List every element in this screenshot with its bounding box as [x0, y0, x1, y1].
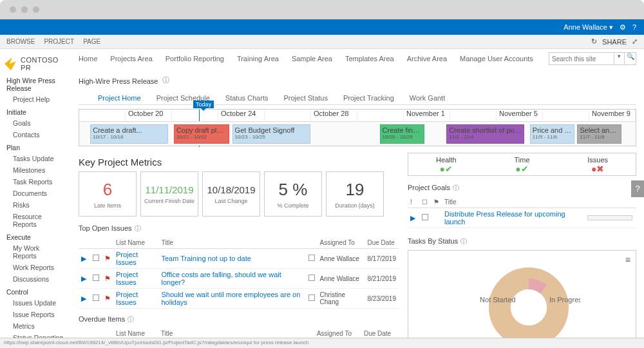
checkbox[interactable]	[93, 295, 99, 301]
nav-projects-area[interactable]: Projects Area	[110, 55, 152, 63]
info-icon[interactable]: ⓘ	[453, 184, 459, 191]
timeline-task[interactable]: Create a draft...10/17 - 10/18	[90, 124, 168, 144]
checkbox[interactable]	[308, 295, 315, 301]
timeline-date	[172, 110, 218, 121]
sidenav-item[interactable]: My Work Reports	[0, 242, 71, 262]
title-info-icon[interactable]: ⓘ	[162, 76, 169, 84]
site-logo[interactable]: CONTOSO PR	[0, 54, 71, 73]
sidenav-item[interactable]: Tasks Update	[0, 153, 71, 164]
status-summary: Health●✔ Time●✔ Issues●✖	[408, 153, 636, 176]
sidenav-item[interactable]: Issue Reports	[0, 309, 71, 320]
checkbox[interactable]	[93, 255, 99, 261]
check-icon: ●✔	[515, 164, 528, 174]
play-icon[interactable]: ▶	[81, 295, 88, 301]
sidenav-item[interactable]: Resource Reports	[0, 211, 71, 230]
sidenav-item[interactable]: Work Reports	[0, 262, 71, 273]
sidenav-item[interactable]: Risks	[0, 199, 71, 211]
sidenav-item[interactable]: Contacts	[0, 129, 71, 140]
play-icon[interactable]: ▶	[81, 255, 88, 261]
list-link[interactable]: Project Issues	[116, 271, 138, 286]
timeline-task[interactable]: Create final ve…10/28 - 10/29	[380, 124, 424, 144]
browser-dot	[10, 6, 16, 13]
subtab-tracking[interactable]: Project Tracking	[343, 94, 394, 102]
sync-icon[interactable]: ↻	[591, 37, 597, 46]
sidenav-heading[interactable]: Initiate	[0, 105, 71, 117]
user-menu[interactable]: Anne Wallace ▾	[564, 23, 613, 32]
checkbox[interactable]	[93, 275, 99, 281]
focus-icon[interactable]: ⤢	[632, 37, 638, 46]
ribbon-tab-page[interactable]: PAGE	[83, 38, 100, 45]
sidenav-heading[interactable]: High Wire Press Release	[0, 73, 71, 93]
nav-training[interactable]: Training Area	[237, 55, 279, 63]
checkbox[interactable]	[422, 214, 428, 220]
play-icon[interactable]: ▶	[410, 214, 417, 220]
sidenav-heading[interactable]: Execute	[0, 230, 71, 242]
table-row[interactable]: ▶⚑Project IssuesTeam Training not up to …	[79, 249, 399, 269]
sidenav-item[interactable]: Issues Update	[0, 297, 71, 309]
subtab-gantt[interactable]: Work Gantt	[410, 94, 445, 102]
timeline-date: October 20	[126, 110, 172, 121]
site-search[interactable]: ▾ 🔍	[549, 52, 636, 65]
info-icon[interactable]: ⓘ	[135, 225, 141, 232]
play-icon[interactable]: ▶	[81, 275, 88, 281]
info-icon[interactable]: ⓘ	[460, 238, 467, 245]
timeline-date	[450, 110, 497, 121]
list-link[interactable]: Project Issues	[116, 291, 138, 306]
timeline-task[interactable]: Price and che…11/5 - 11/6	[530, 124, 574, 144]
nav-templates[interactable]: Templates Area	[345, 55, 394, 63]
sidenav-item[interactable]: Milestones	[0, 164, 71, 176]
nav-users[interactable]: Manage User Accounts	[460, 55, 533, 63]
global-nav: Home Projects Area Portfolio Reporting T…	[79, 49, 636, 68]
nav-sample[interactable]: Sample Area	[292, 55, 332, 63]
search-icon[interactable]: 🔍	[624, 53, 636, 64]
table-row[interactable]: ▶Distribute Press Release for upcoming l…	[408, 208, 636, 228]
subtab-status-charts[interactable]: Status Charts	[225, 94, 269, 102]
timeline-date	[79, 110, 126, 121]
info-icon[interactable]: ⓘ	[128, 316, 134, 323]
donut-chart: Not Started In Progress	[464, 262, 580, 348]
subtab-project-status[interactable]: Project Status	[283, 94, 327, 102]
sidenav-item[interactable]: Goals	[0, 117, 71, 129]
ribbon-tabs: BROWSE PROJECT PAGE ↻ SHARE ⤢	[0, 35, 644, 49]
search-input[interactable]	[549, 53, 614, 64]
sidenav-item[interactable]: Metrics	[0, 320, 71, 332]
flag-icon: ⚑	[104, 295, 111, 302]
share-button[interactable]: SHARE	[602, 38, 627, 46]
ribbon-tab-project[interactable]: PROJECT	[44, 38, 74, 45]
ribbon-tab-browse[interactable]: BROWSE	[6, 38, 35, 45]
project-timeline[interactable]: Today October 20October 24October 28Nove…	[79, 109, 636, 146]
timeline-task[interactable]: Copy draft pl…10/21 - 10/22	[174, 124, 229, 144]
col-title: Title	[442, 197, 585, 208]
nav-portfolio[interactable]: Portfolio Reporting	[166, 55, 224, 63]
timeline-task[interactable]: Create shortlist of possible venues11/1 …	[446, 124, 524, 144]
status-health: Health●✔	[408, 153, 484, 175]
sidenav-item[interactable]: Discussions	[0, 273, 71, 285]
open-issues-table: List NameTitleAssigned ToDue Date ▶⚑Proj…	[79, 237, 399, 309]
sidenav-item[interactable]: Task Reports	[0, 176, 71, 188]
subtab-project-home[interactable]: Project Home	[98, 94, 141, 102]
item-link[interactable]: Office costs are falling, should we wait…	[161, 271, 281, 286]
issues-heading: Top Open Issues ⓘ	[79, 222, 399, 233]
item-link[interactable]: Team Training not up to date	[161, 255, 251, 262]
checkbox[interactable]	[308, 255, 315, 261]
settings-gear-icon[interactable]: ⚙	[620, 23, 626, 32]
sidenav-item[interactable]: Documents	[0, 188, 71, 199]
chart-menu-icon[interactable]: ≡	[625, 255, 630, 265]
help-icon[interactable]: ?	[632, 23, 636, 31]
list-link[interactable]: Project Issues	[116, 251, 138, 266]
help-panel-tab[interactable]: ?	[631, 180, 644, 197]
timeline-task[interactable]: Get Budget Signoff10/23 - 10/25	[232, 124, 310, 144]
checkbox[interactable]	[308, 275, 315, 281]
nav-archive[interactable]: Archive Area	[407, 55, 447, 63]
sidenav-heading[interactable]: Control	[0, 285, 71, 297]
nav-home[interactable]: Home	[79, 55, 97, 63]
sidenav-heading[interactable]: Plan	[0, 140, 71, 153]
table-row[interactable]: ▶⚑Project IssuesOffice costs are falling…	[79, 269, 399, 289]
timeline-task[interactable]: Select and bo…11/7 - 11/8	[577, 124, 621, 144]
goal-link[interactable]: Distribute Press Release for upcoming la…	[444, 210, 565, 226]
sidenav-item[interactable]: Project Help	[0, 93, 71, 105]
search-scope-dropdown[interactable]: ▾	[614, 53, 624, 64]
table-row[interactable]: ▶⚑Project IssuesShould we wait until mor…	[79, 289, 399, 309]
item-link[interactable]: Should we wait until more employees are …	[161, 291, 300, 306]
metric-tile: 6Late Items	[79, 171, 137, 217]
